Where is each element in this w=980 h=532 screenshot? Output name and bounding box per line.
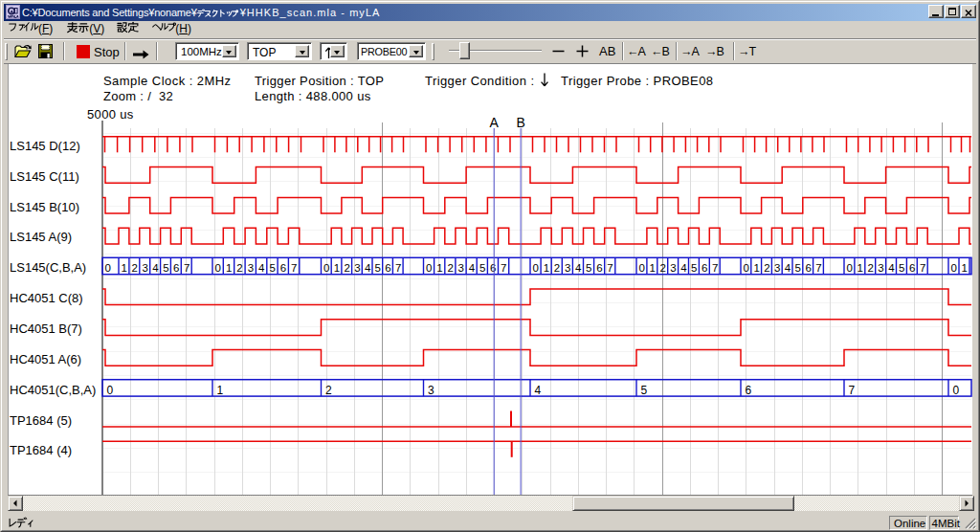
svg-text:1: 1	[858, 262, 863, 274]
svg-text:4: 4	[365, 262, 371, 274]
svg-text:1: 1	[226, 262, 232, 274]
svg-text:1: 1	[122, 262, 127, 274]
svg-text:LS145 C(11): LS145 C(11)	[10, 169, 79, 184]
svg-text:5: 5	[163, 262, 168, 274]
svg-text:5: 5	[269, 262, 275, 274]
svg-text:5: 5	[586, 262, 591, 274]
svg-text:2: 2	[345, 262, 350, 274]
svg-text:7: 7	[291, 262, 297, 274]
svg-text:3: 3	[458, 262, 464, 274]
svg-text:0: 0	[105, 262, 111, 274]
svg-text:HC4051 B(7): HC4051 B(7)	[10, 321, 82, 336]
svg-text:1: 1	[650, 262, 656, 274]
svg-text:0: 0	[847, 262, 853, 274]
svg-text:5: 5	[691, 262, 697, 274]
svg-text:B: B	[516, 115, 524, 130]
svg-text:0: 0	[215, 262, 221, 274]
svg-text:6: 6	[805, 262, 811, 274]
svg-text:4: 4	[785, 262, 791, 274]
svg-text:2: 2	[325, 384, 332, 397]
svg-text:7: 7	[849, 384, 856, 397]
svg-text:2: 2	[867, 262, 873, 274]
svg-text:7: 7	[607, 262, 612, 274]
svg-text:3: 3	[565, 262, 570, 274]
svg-text:TP1684 (5): TP1684 (5)	[10, 413, 72, 428]
svg-text:6: 6	[173, 262, 179, 274]
svg-text:0: 0	[953, 384, 960, 397]
svg-text:4: 4	[535, 384, 542, 397]
svg-text:LS145 D(12): LS145 D(12)	[10, 139, 80, 153]
svg-text:6: 6	[909, 262, 915, 274]
svg-text:LS145 A(9): LS145 A(9)	[10, 230, 72, 244]
svg-text:1: 1	[436, 262, 442, 274]
svg-text:4: 4	[680, 262, 687, 274]
svg-text:7: 7	[501, 262, 506, 274]
svg-text:5: 5	[795, 262, 801, 274]
svg-text:3: 3	[428, 384, 434, 397]
svg-text:2: 2	[236, 262, 242, 274]
svg-text:0: 0	[323, 262, 329, 274]
svg-text:7: 7	[815, 262, 821, 274]
svg-text:6: 6	[702, 262, 707, 274]
svg-text:6: 6	[385, 262, 390, 274]
svg-text:4: 4	[469, 262, 476, 274]
svg-text:6: 6	[280, 262, 286, 274]
svg-text:LS145(C,B,A): LS145(C,B,A)	[10, 260, 86, 275]
svg-text:0: 0	[951, 262, 957, 274]
svg-text:1: 1	[962, 262, 968, 274]
svg-text:1: 1	[544, 262, 549, 274]
svg-text:LS145 B(10): LS145 B(10)	[10, 200, 79, 214]
svg-text:2: 2	[659, 262, 665, 274]
svg-text:0: 0	[744, 262, 749, 274]
svg-text:0: 0	[107, 384, 114, 397]
svg-text:3: 3	[354, 262, 360, 274]
svg-text:3: 3	[878, 262, 883, 274]
svg-text:2: 2	[554, 262, 560, 274]
svg-text:HC4051 C(8): HC4051 C(8)	[10, 291, 83, 305]
svg-text:6: 6	[490, 262, 496, 274]
svg-text:1: 1	[753, 262, 759, 274]
svg-text:7: 7	[184, 262, 189, 274]
svg-text:2: 2	[132, 262, 138, 274]
svg-text:7: 7	[920, 262, 925, 274]
svg-text:HC4051 A(6): HC4051 A(6)	[10, 352, 81, 366]
svg-text:5: 5	[899, 262, 904, 274]
svg-text:7: 7	[395, 262, 401, 274]
svg-text:3: 3	[670, 262, 676, 274]
svg-text:1: 1	[334, 262, 340, 274]
svg-text:3: 3	[774, 262, 780, 274]
svg-text:0: 0	[533, 262, 539, 274]
svg-text:3: 3	[142, 262, 147, 274]
svg-text:A: A	[490, 115, 500, 130]
svg-text:6: 6	[596, 262, 602, 274]
svg-text:6: 6	[746, 384, 752, 397]
svg-text:7: 7	[712, 262, 718, 274]
svg-text:5: 5	[479, 262, 485, 274]
svg-text:4: 4	[888, 262, 895, 274]
svg-text:2: 2	[447, 262, 453, 274]
svg-text:2: 2	[764, 262, 769, 274]
svg-text:3: 3	[248, 262, 254, 274]
svg-text:4: 4	[575, 262, 582, 274]
svg-text:4: 4	[152, 262, 159, 274]
svg-text:5: 5	[375, 262, 381, 274]
svg-text:TP1684 (4): TP1684 (4)	[10, 443, 72, 457]
svg-text:HC4051(C,B,A): HC4051(C,B,A)	[10, 383, 96, 397]
svg-text:0: 0	[426, 262, 432, 274]
svg-text:5: 5	[641, 384, 648, 397]
svg-text:4: 4	[258, 262, 265, 274]
svg-text:1: 1	[217, 384, 224, 397]
svg-text:0: 0	[639, 262, 645, 274]
